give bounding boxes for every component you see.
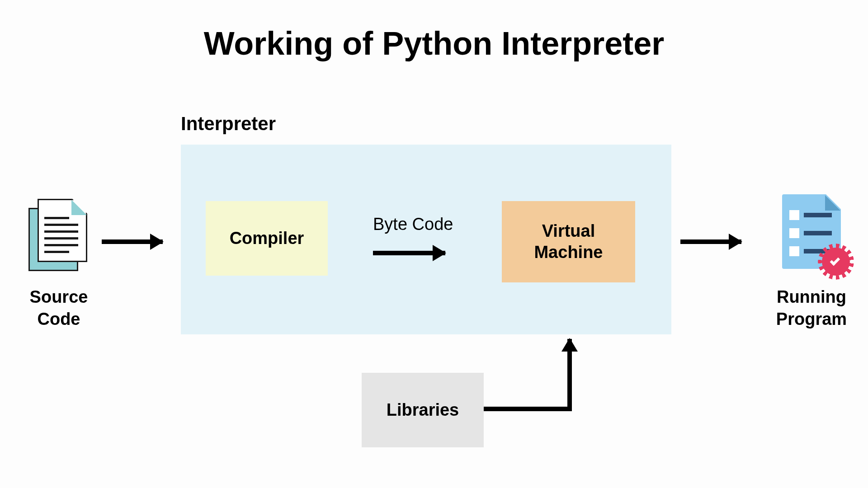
bytecode-label: Byte Code xyxy=(373,215,453,234)
running-program-label: RunningProgram xyxy=(773,286,850,331)
arrow-source-to-compiler xyxy=(102,239,163,244)
document-stack-icon xyxy=(28,199,90,273)
compiler-box: Compiler xyxy=(206,201,328,276)
diagram-title: Working of Python Interpreter xyxy=(0,25,868,62)
arrow-compiler-to-vm xyxy=(373,251,445,255)
libraries-box: Libraries xyxy=(362,373,484,447)
interpreter-label: Interpreter xyxy=(181,113,276,135)
source-code-node: SourceCode xyxy=(25,199,93,331)
checklist-document-icon xyxy=(778,194,845,273)
virtual-machine-box: VirtualMachine xyxy=(502,201,635,282)
arrow-vm-to-running xyxy=(680,239,741,244)
running-program-node: RunningProgram xyxy=(773,194,850,331)
source-code-label: SourceCode xyxy=(25,286,93,331)
checkmark-badge-icon xyxy=(822,248,850,276)
